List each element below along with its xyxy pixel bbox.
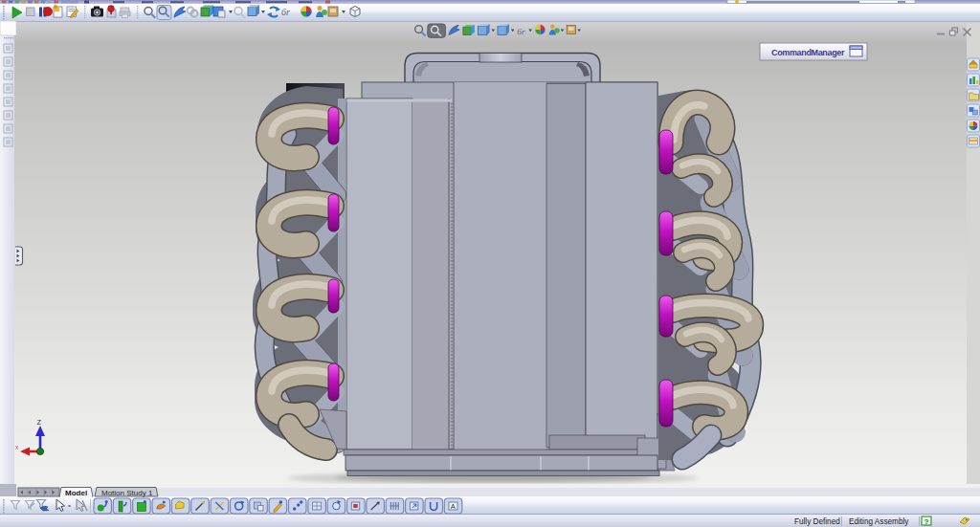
svg-text:Fully Defined: Fully Defined xyxy=(794,517,840,526)
svg-text:Motion Study 1: Motion Study 1 xyxy=(101,489,153,497)
svg-text:CommandManager: CommandManager xyxy=(771,48,845,57)
svg-text:A: A xyxy=(451,502,456,511)
svg-text:Model: Model xyxy=(65,489,87,497)
svg-text:6r: 6r xyxy=(281,7,290,17)
svg-text:Editing Assembly: Editing Assembly xyxy=(849,517,909,526)
svg-text:?: ? xyxy=(924,517,929,526)
svg-text:6r: 6r xyxy=(517,27,525,36)
